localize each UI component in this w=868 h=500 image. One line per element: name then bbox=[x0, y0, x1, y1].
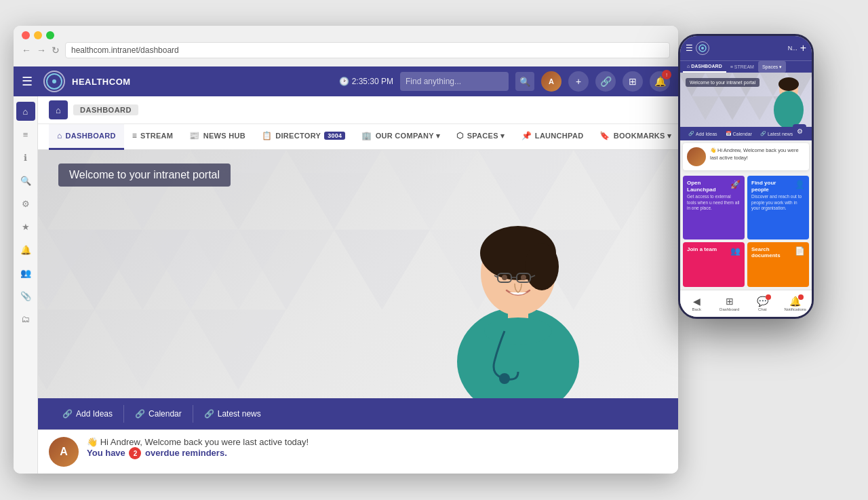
phone-back-button[interactable]: ◀ Back bbox=[680, 290, 713, 317]
phone-hamburger-icon[interactable]: ☰ bbox=[686, 43, 693, 53]
close-button[interactable] bbox=[22, 31, 30, 39]
company-nav-icon: 🏢 bbox=[361, 131, 372, 140]
phone-tab-spaces[interactable]: Spaces ▾ bbox=[758, 61, 786, 73]
sidebar-icon-info[interactable]: ℹ bbox=[16, 148, 35, 167]
phone-hero-section: Welcome to your intranet portal bbox=[680, 73, 812, 127]
search-button[interactable]: 🔍 bbox=[515, 72, 534, 91]
phone-chat-icon: 💬 bbox=[757, 296, 768, 307]
nav-tab-newshub[interactable]: 📰 NEWS HUB bbox=[181, 124, 254, 150]
add-ideas-button[interactable]: 🔗 Add Ideas bbox=[52, 405, 124, 423]
sidebar-icon-users[interactable]: 👥 bbox=[16, 263, 35, 282]
sidebar-icon-folder[interactable]: 🗂 bbox=[16, 309, 35, 328]
phone-wave-emoji: 👋 bbox=[710, 147, 717, 153]
phone-chat-label: Chat bbox=[758, 307, 767, 311]
user-avatar[interactable]: A bbox=[541, 71, 561, 92]
phone-add-icon[interactable]: + bbox=[800, 42, 806, 54]
nav-tab-launchpad[interactable]: 📌 LAUNCHPAD bbox=[513, 124, 592, 150]
phone-card-people[interactable]: Find your people 👤 Discover and reach ou… bbox=[747, 176, 809, 239]
phone-card-launchpad[interactable]: Open Launchpad 🚀 Get access to external … bbox=[683, 176, 745, 239]
home-breadcrumb-icon[interactable]: ⌂ bbox=[49, 100, 68, 119]
phone-add-ideas-link[interactable]: 🔗 Add Ideas bbox=[686, 130, 720, 138]
link-button[interactable]: 🔗 bbox=[595, 71, 616, 92]
reload-icon[interactable]: ↻ bbox=[52, 45, 60, 56]
grid-button[interactable]: ⊞ bbox=[623, 71, 643, 92]
phone-card-jointeam-icon: 👥 bbox=[730, 246, 741, 256]
sidebar-icon-star[interactable]: ★ bbox=[16, 217, 35, 236]
nurse-illustration bbox=[410, 185, 627, 402]
nav-tab-dashboard[interactable]: ⌂ DASHBOARD bbox=[49, 124, 124, 150]
phone-cards-grid: Open Launchpad 🚀 Get access to external … bbox=[680, 173, 812, 290]
phone-tab-stream[interactable]: ≡ STREAM bbox=[726, 61, 758, 73]
sidebar-icon-menu[interactable]: ≡ bbox=[16, 125, 35, 144]
phone-notifications-button[interactable]: 🔔 Notifications bbox=[779, 290, 812, 317]
wave-emoji: 👋 bbox=[87, 437, 100, 447]
phone-bottom-bar: ◀ Back ⊞ Dashboard 💬 Chat 🔔 Notification… bbox=[680, 290, 812, 317]
sidebar-icon-attach[interactable]: 📎 bbox=[16, 286, 35, 305]
svg-point-33 bbox=[499, 373, 510, 384]
phone-top-bar: ☰ N... + bbox=[680, 36, 812, 60]
add-button[interactable]: + bbox=[568, 71, 589, 92]
phone-tab-dashboard[interactable]: ⌂ DASHBOARD bbox=[683, 61, 726, 73]
phone-card-people-header: Find your people 👤 bbox=[751, 180, 805, 193]
svg-point-31 bbox=[502, 275, 507, 280]
phone-time: N... bbox=[788, 45, 797, 52]
bookmarks-nav-icon: 🔖 bbox=[599, 131, 610, 140]
phone-latestnews-link[interactable]: 🔗 Latest news bbox=[757, 130, 795, 138]
svg-point-32 bbox=[521, 275, 526, 280]
greeting-message: 👋 Hi Andrew, Welcome back you were last … bbox=[87, 437, 309, 459]
phone-card-launchpad-header: Open Launchpad 🚀 bbox=[687, 180, 741, 193]
clock-icon: 🕑 bbox=[339, 77, 349, 86]
svg-marker-17 bbox=[95, 309, 191, 389]
phone-card-searchdocs-header: Search documents 📄 bbox=[751, 246, 805, 259]
phone-calendar-link[interactable]: 📅 Calendar bbox=[723, 130, 755, 138]
mobile-phone: ☰ N... + ⌂ DASHBOARD ≡ STREAM Spaces ▾ bbox=[678, 34, 814, 319]
nav-tab-directory[interactable]: 📋 DIRECTORY 3004 bbox=[254, 124, 353, 150]
hamburger-icon[interactable]: ☰ bbox=[22, 74, 33, 89]
phone-dashboard-icon: ⊞ bbox=[726, 296, 734, 307]
svg-point-23 bbox=[525, 243, 559, 290]
phone-card-searchdocs[interactable]: Search documents 📄 bbox=[747, 242, 809, 287]
phone-dashboard-button[interactable]: ⊞ Dashboard bbox=[713, 290, 747, 317]
svg-marker-19 bbox=[191, 309, 286, 389]
latest-news-button[interactable]: 🔗 Latest news bbox=[193, 405, 272, 423]
phone-back-label: Back bbox=[692, 307, 701, 311]
phone-settings-icon[interactable]: ⚙ bbox=[793, 124, 806, 138]
browser-window: ← → ↻ healthcom.intranet/dashboard ☰ HEA… bbox=[14, 26, 678, 474]
phone-card-searchdocs-icon: 📄 bbox=[795, 246, 805, 256]
sidebar-icon-home[interactable]: ⌂ bbox=[16, 102, 35, 121]
phone-card-people-icon: 👤 bbox=[795, 180, 805, 189]
phone-greeting-text: 👋 Hi Andrew, Welcome back you were last … bbox=[710, 147, 805, 161]
hero-person-image bbox=[358, 151, 678, 402]
phone-card-searchdocs-title: Search documents bbox=[751, 246, 795, 259]
global-search-input[interactable] bbox=[400, 72, 509, 91]
sidebar-icon-search[interactable]: 🔍 bbox=[16, 171, 35, 190]
phone-chat-button[interactable]: 💬 Chat bbox=[746, 290, 779, 317]
sidebar-icon-settings[interactable]: ⚙ bbox=[16, 194, 35, 213]
left-sidebar: ⌂ ≡ ℹ 🔍 ⚙ ★ 🔔 👥 📎 🗂 bbox=[14, 96, 38, 474]
phone-card-launchpad-desc: Get access to external tools when u need… bbox=[687, 194, 741, 211]
hero-welcome-text: Welcome to your intranet portal bbox=[58, 164, 231, 187]
hero-actions-bar: 🔗 Add Ideas 🔗 Calendar 🔗 Latest news bbox=[38, 398, 678, 429]
svg-marker-3 bbox=[191, 150, 286, 230]
nav-tab-ourcompany[interactable]: 🏢 OUR COMPANY ▾ bbox=[353, 124, 448, 150]
nav-tab-stream[interactable]: ≡ STREAM bbox=[124, 124, 182, 150]
notifications-button[interactable]: 🔔 ! bbox=[650, 71, 670, 92]
news-icon: 🔗 bbox=[204, 409, 214, 419]
minimize-button[interactable] bbox=[34, 31, 42, 39]
calendar-button[interactable]: 🔗 Calendar bbox=[124, 405, 193, 423]
forward-arrow-icon[interactable]: → bbox=[37, 45, 46, 56]
reminder-count-badge: 2 bbox=[129, 447, 141, 459]
logo-inner bbox=[46, 73, 62, 90]
stream-nav-icon: ≡ bbox=[132, 131, 137, 140]
phone-card-jointeam[interactable]: Join a team 👥 bbox=[683, 242, 745, 287]
maximize-button[interactable] bbox=[46, 31, 54, 39]
back-arrow-icon[interactable]: ← bbox=[22, 45, 31, 56]
address-bar[interactable]: healthcom.intranet/dashboard bbox=[65, 42, 670, 58]
directory-badge: 3004 bbox=[324, 132, 345, 140]
browser-chrome: ← → ↻ healthcom.intranet/dashboard bbox=[14, 26, 678, 66]
sidebar-icon-bell[interactable]: 🔔 bbox=[16, 240, 35, 259]
nav-tab-spaces[interactable]: ⬡ SPACES ▾ bbox=[448, 124, 513, 150]
phone-notifications-icon: 🔔 bbox=[789, 296, 801, 307]
nav-tab-bookmarks[interactable]: 🔖 BOOKMARKS ▾ bbox=[591, 124, 678, 150]
greeting-section: A 👋 Hi Andrew, Welcome back you were las… bbox=[38, 429, 678, 474]
